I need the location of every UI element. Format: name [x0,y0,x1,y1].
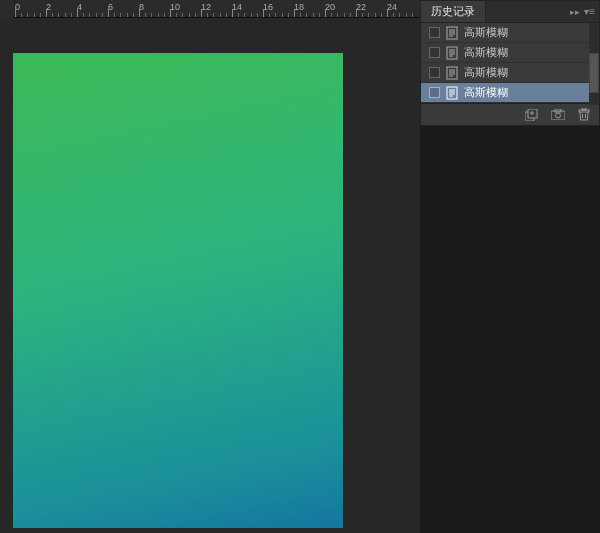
ruler-tick-label: 18 [294,2,304,12]
svg-rect-10 [447,67,457,79]
history-visibility-toggle[interactable] [429,47,440,58]
ruler-horizontal: 024681012141618202224 [0,0,420,18]
snapshot-icon[interactable] [551,108,565,122]
document-icon [445,46,459,60]
tab-history[interactable]: 历史记录 [421,1,486,22]
history-states-list: 高斯模糊高斯模糊高斯模糊高斯模糊 [421,23,599,103]
scrollbar-vertical[interactable] [589,23,599,105]
history-visibility-toggle[interactable] [429,67,440,78]
ruler-tick-label: 6 [108,2,113,12]
ruler-tick-label: 14 [232,2,242,12]
document-icon [445,86,459,100]
history-visibility-toggle[interactable] [429,87,440,98]
history-state-label: 高斯模糊 [464,25,508,40]
svg-rect-5 [447,47,457,59]
history-visibility-toggle[interactable] [429,27,440,38]
history-state-item[interactable]: 高斯模糊 [421,83,599,103]
ruler-tick-label: 10 [170,2,180,12]
history-state-item[interactable]: 高斯模糊 [421,63,599,83]
svg-rect-0 [447,27,457,39]
svg-rect-26 [582,108,586,110]
ruler-tick-label: 22 [356,2,366,12]
panel-footer [421,103,599,125]
document-icon [445,26,459,40]
document-icon [445,66,459,80]
panel-menu-icon[interactable]: ▾≡ [584,6,595,17]
history-state-label: 高斯模糊 [464,65,508,80]
history-state-label: 高斯模糊 [464,45,508,60]
ruler-tick-label: 12 [201,2,211,12]
collapse-icon[interactable]: ▸▸ [570,7,580,17]
ruler-tick-label: 20 [325,2,335,12]
history-state-item[interactable]: 高斯模糊 [421,43,599,63]
panel-tab-bar: 历史记录 ▸▸ ▾≡ [421,1,599,23]
svg-point-24 [556,113,561,118]
history-panel: 历史记录 ▸▸ ▾≡ 高斯模糊高斯模糊高斯模糊高斯模糊 [420,0,600,126]
history-state-label: 高斯模糊 [464,85,508,100]
history-state-item[interactable]: 高斯模糊 [421,23,599,43]
panel-controls: ▸▸ ▾≡ [570,6,595,17]
ruler-tick-label: 0 [15,2,20,12]
scrollbar-thumb[interactable] [589,53,599,93]
ruler-tick-label: 8 [139,2,144,12]
ruler-tick-label: 4 [77,2,82,12]
ruler-tick-label: 2 [46,2,51,12]
canvas-workspace [0,18,420,533]
svg-rect-15 [447,87,457,99]
ruler-tick-label: 24 [387,2,397,12]
ruler-corner [0,0,15,18]
ruler-ticks: 024681012141618202224 [15,0,420,17]
delete-icon[interactable] [577,108,591,122]
new-document-from-state-icon[interactable] [525,108,539,122]
document-canvas[interactable] [13,53,343,528]
ruler-tick-label: 16 [263,2,273,12]
